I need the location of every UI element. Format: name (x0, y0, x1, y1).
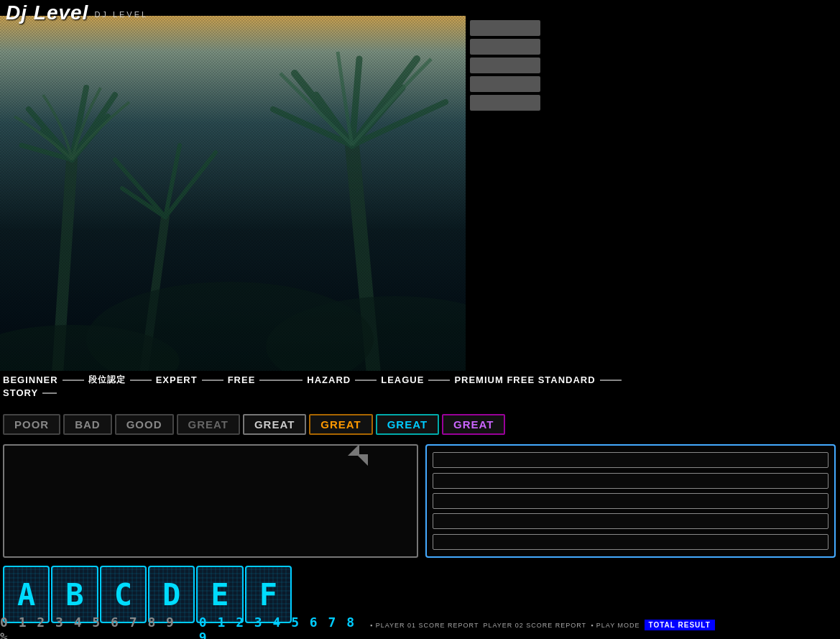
score-bar-5 (433, 534, 829, 550)
score-area-right (425, 444, 836, 558)
nav-free[interactable]: FREE (228, 374, 256, 385)
badge-good: GOOD (115, 414, 174, 435)
num-cyan: 0 1 2 3 4 5 6 7 8 9 (199, 615, 374, 639)
nav-line-2: STORY (3, 387, 837, 398)
score-area-left (3, 444, 418, 558)
main-artwork (0, 16, 466, 374)
nav-story[interactable]: STORY (3, 387, 38, 398)
nav-sep-6 (428, 380, 450, 381)
nav-sep-5 (355, 380, 377, 381)
right-bar-5 (470, 95, 540, 111)
label-player02: PLAYER 02 SCORE REPORT (483, 622, 586, 629)
label-play-mode: ▪ PLAY MODE (591, 622, 640, 629)
nav-sep-2 (130, 380, 152, 381)
score-bar-2 (433, 473, 829, 489)
num-white: 0 1 2 3 4 5 6 7 8 9 % (0, 615, 193, 639)
nav-sep-1 (63, 380, 84, 381)
number-row: 0 1 2 3 4 5 6 7 8 9 % 0 1 2 3 4 5 6 7 8 … (0, 620, 374, 639)
right-bar-1 (470, 20, 540, 36)
score-bar-3 (433, 493, 829, 509)
nav-league[interactable]: LEAGUE (381, 374, 424, 385)
nav-expert[interactable]: EXPERT (156, 374, 198, 385)
nav-beginner[interactable]: BEGINNER (3, 374, 58, 385)
label-player01: ▪ PLAYER 01 SCORE REPORT (370, 622, 479, 629)
right-panel (466, 16, 545, 115)
header: Dj Level DJ LEVEL (0, 0, 154, 26)
nav-line-1: BEGINNER 段位認定 EXPERT FREE HAZARD LEAGUE … (3, 374, 837, 386)
checker-overlay (0, 16, 466, 374)
nav-sep-8 (42, 392, 57, 394)
nav-jp[interactable]: 段位認定 (88, 374, 126, 386)
right-bar-2 (470, 39, 540, 55)
badge-bad: BAD (63, 414, 112, 435)
nav-sep-4 (259, 380, 303, 381)
score-bar-1 (433, 452, 829, 468)
badge-great-cyan: GREAT (376, 414, 439, 435)
total-result-badge[interactable]: TOTAL RESULT (645, 620, 715, 630)
score-bar-4 (433, 513, 829, 529)
nav-hazard[interactable]: HAZARD (307, 374, 351, 385)
right-bar-4 (470, 76, 540, 92)
dj-level-title: Dj Level (6, 1, 88, 24)
nav-sep-7 (600, 380, 622, 381)
nav-sep-3 (202, 380, 223, 381)
right-bar-3 (470, 58, 540, 73)
badge-great-purple: GREAT (442, 414, 505, 435)
badge-great-gray: GREAT (177, 414, 240, 435)
mode-nav: BEGINNER 段位認定 EXPERT FREE HAZARD LEAGUE … (0, 371, 840, 398)
badge-great-white: GREAT (243, 414, 306, 435)
dj-levels-row: POOR BAD GOOD GREAT GREAT GREAT GREAT GR… (0, 411, 840, 438)
badge-poor: POOR (3, 414, 60, 435)
badge-great-orange: GREAT (309, 414, 372, 435)
bottom-labels: ▪ PLAYER 01 SCORE REPORT PLAYER 02 SCORE… (370, 620, 715, 630)
nav-premium[interactable]: PREMIUM FREE STANDARD (454, 374, 595, 385)
dj-level-subtitle: DJ LEVEL (94, 10, 148, 19)
